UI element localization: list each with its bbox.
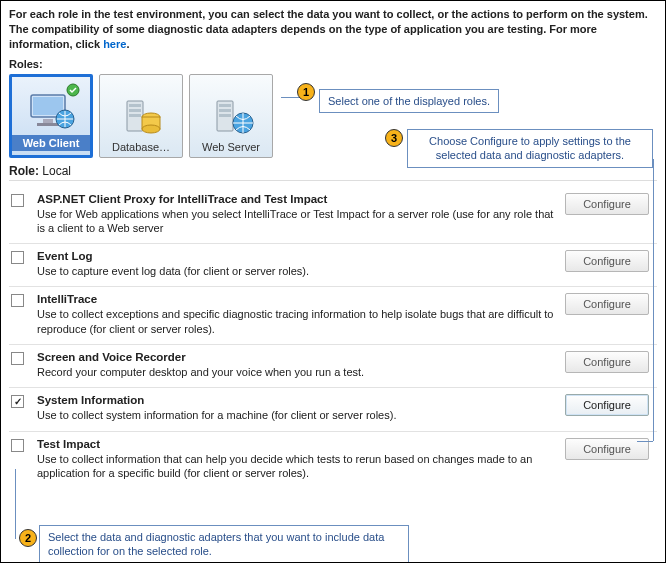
configure-button[interactable]: Configure [565,193,649,215]
adapter-row: IntelliTraceUse to collect exceptions an… [9,286,657,344]
adapter-desc: Use for Web applications when you select… [37,207,559,236]
adapter-checkbox[interactable] [11,294,24,307]
intro-here-link[interactable]: here [103,38,126,50]
callout-1-number: 1 [297,83,315,101]
role-tile-database-[interactable]: Database… [99,74,183,158]
adapter-title: System Information [37,394,559,406]
role-tile-label: Database… [100,141,182,153]
callout-1: Select one of the displayed roles. [319,89,499,113]
svg-rect-3 [37,123,59,126]
intro-part-b: . [126,38,129,50]
adapter-checkbox[interactable] [11,251,24,264]
intro-text: For each role in the test environment, y… [9,7,657,52]
adapter-desc: Use to collect system information for a … [37,408,559,422]
callout-2: Select the data and diagnostic adapters … [39,525,409,563]
adapter-checkbox[interactable] [11,395,24,408]
role-tile-label: Web Server [190,141,272,153]
adapters-list: ASP.NET Client Proxy for IntelliTrace an… [9,187,657,489]
role-tile-web-server[interactable]: Web Server [189,74,273,158]
adapter-desc: Use to capture event log data (for clien… [37,264,559,278]
adapter-title: Test Impact [37,438,559,450]
configure-button[interactable]: Configure [565,351,649,373]
roles-label: Roles: [9,58,657,70]
callout-3: Choose Configure to apply settings to th… [407,129,653,168]
adapter-title: IntelliTrace [37,293,559,305]
configure-button[interactable]: Configure [565,394,649,416]
svg-rect-14 [219,104,231,107]
svg-rect-8 [129,109,141,112]
adapter-row: ASP.NET Client Proxy for IntelliTrace an… [9,187,657,244]
adapter-title: Event Log [37,250,559,262]
svg-rect-9 [129,114,141,117]
adapter-desc: Record your computer desktop and your vo… [37,365,559,379]
role-line-label: Role: [9,164,39,178]
svg-point-12 [142,125,160,133]
configure-button[interactable]: Configure [565,293,649,315]
configure-button[interactable]: Configure [565,250,649,272]
svg-rect-7 [129,104,141,107]
svg-rect-2 [43,119,53,123]
adapter-row: Test ImpactUse to collect information th… [9,431,657,489]
adapter-checkbox[interactable] [11,352,24,365]
callout-2-number: 2 [19,529,37,547]
role-line-value: Local [42,164,71,178]
adapter-row: Event LogUse to capture event log data (… [9,243,657,286]
callout-3-number: 3 [385,129,403,147]
adapter-title: ASP.NET Client Proxy for IntelliTrace an… [37,193,559,205]
adapter-title: Screen and Voice Recorder [37,351,559,363]
adapter-desc: Use to collect information that can help… [37,452,559,481]
adapter-row: System InformationUse to collect system … [9,387,657,430]
adapter-desc: Use to collect exceptions and specific d… [37,307,559,336]
adapter-checkbox[interactable] [11,439,24,452]
svg-rect-15 [219,109,231,112]
svg-rect-16 [219,114,231,117]
adapter-checkbox[interactable] [11,194,24,207]
role-tile-web-client[interactable]: Web Client [9,74,93,158]
role-tile-label: Web Client [12,135,90,151]
adapter-row: Screen and Voice RecorderRecord your com… [9,344,657,387]
